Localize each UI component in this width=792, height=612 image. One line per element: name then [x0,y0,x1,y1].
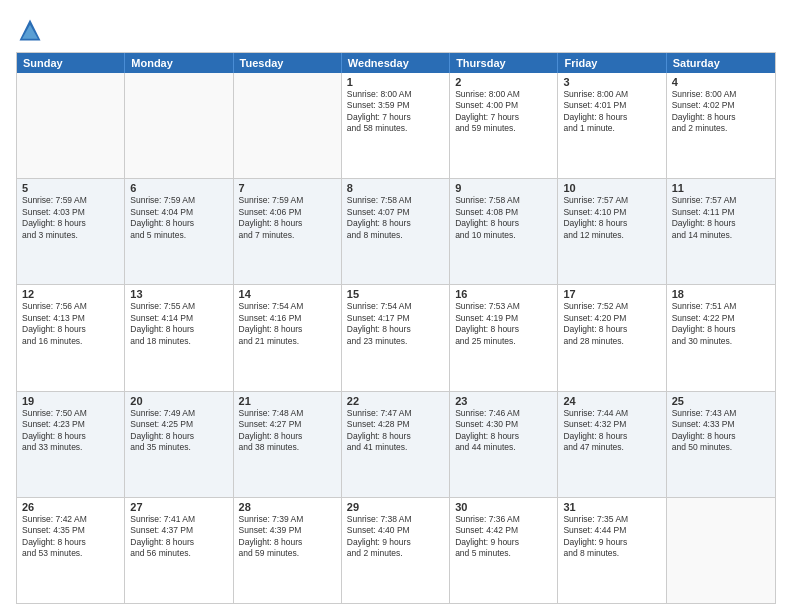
day-number: 6 [130,182,227,194]
calendar-cell-28: 28Sunrise: 7:39 AMSunset: 4:39 PMDayligh… [234,498,342,603]
cell-text: and 35 minutes. [130,442,227,453]
cell-text: Sunset: 4:06 PM [239,207,336,218]
calendar-cell-2: 2Sunrise: 8:00 AMSunset: 4:00 PMDaylight… [450,73,558,178]
calendar-cell-18: 18Sunrise: 7:51 AMSunset: 4:22 PMDayligh… [667,285,775,390]
day-header-tuesday: Tuesday [234,53,342,73]
cell-text: Sunset: 4:02 PM [672,100,770,111]
day-number: 10 [563,182,660,194]
cell-text: and 7 minutes. [239,230,336,241]
cell-text: Sunset: 4:37 PM [130,525,227,536]
cell-text: Daylight: 8 hours [130,218,227,229]
day-number: 23 [455,395,552,407]
cell-text: and 18 minutes. [130,336,227,347]
cell-text: Sunset: 4:16 PM [239,313,336,324]
day-number: 22 [347,395,444,407]
cell-text: Daylight: 9 hours [563,537,660,548]
cell-text: Sunrise: 7:52 AM [563,301,660,312]
cell-text: Daylight: 8 hours [672,324,770,335]
cell-text: Sunrise: 7:56 AM [22,301,119,312]
cell-text: Sunset: 4:39 PM [239,525,336,536]
cell-text: Sunset: 4:08 PM [455,207,552,218]
day-number: 20 [130,395,227,407]
day-header-monday: Monday [125,53,233,73]
cell-text: Daylight: 8 hours [455,218,552,229]
day-number: 25 [672,395,770,407]
day-number: 13 [130,288,227,300]
cell-text: and 23 minutes. [347,336,444,347]
cell-text: Sunset: 4:25 PM [130,419,227,430]
cell-text: and 53 minutes. [22,548,119,559]
day-number: 29 [347,501,444,513]
cell-text: Sunset: 3:59 PM [347,100,444,111]
cell-text: and 14 minutes. [672,230,770,241]
cell-text: Daylight: 9 hours [347,537,444,548]
calendar-cell-19: 19Sunrise: 7:50 AMSunset: 4:23 PMDayligh… [17,392,125,497]
cell-text: Sunrise: 7:58 AM [347,195,444,206]
cell-text: Daylight: 8 hours [130,537,227,548]
cell-text: Sunset: 4:14 PM [130,313,227,324]
day-number: 5 [22,182,119,194]
cell-text: and 16 minutes. [22,336,119,347]
calendar-cell-20: 20Sunrise: 7:49 AMSunset: 4:25 PMDayligh… [125,392,233,497]
calendar-cell-26: 26Sunrise: 7:42 AMSunset: 4:35 PMDayligh… [17,498,125,603]
cell-text: Sunrise: 8:00 AM [455,89,552,100]
cell-text: Sunset: 4:11 PM [672,207,770,218]
cell-text: Sunrise: 7:44 AM [563,408,660,419]
cell-text: Daylight: 8 hours [347,218,444,229]
cell-text: and 8 minutes. [563,548,660,559]
cell-text: Daylight: 8 hours [239,324,336,335]
day-header-wednesday: Wednesday [342,53,450,73]
day-number: 4 [672,76,770,88]
cell-text: Sunrise: 7:50 AM [22,408,119,419]
cell-text: Sunrise: 7:36 AM [455,514,552,525]
cell-text: Sunset: 4:10 PM [563,207,660,218]
cell-text: and 33 minutes. [22,442,119,453]
cell-text: Sunrise: 7:53 AM [455,301,552,312]
cell-text: and 59 minutes. [239,548,336,559]
cell-text: Daylight: 8 hours [239,218,336,229]
day-number: 21 [239,395,336,407]
day-number: 28 [239,501,336,513]
cell-text: and 58 minutes. [347,123,444,134]
day-number: 18 [672,288,770,300]
logo-icon [16,16,44,44]
cell-text: Sunset: 4:33 PM [672,419,770,430]
cell-text: and 3 minutes. [22,230,119,241]
cell-text: Sunrise: 7:59 AM [130,195,227,206]
cell-text: Sunrise: 7:38 AM [347,514,444,525]
cell-text: Sunset: 4:03 PM [22,207,119,218]
cell-text: Daylight: 8 hours [239,537,336,548]
calendar-week-3: 12Sunrise: 7:56 AMSunset: 4:13 PMDayligh… [17,285,775,391]
cell-text: Sunrise: 7:48 AM [239,408,336,419]
calendar-week-4: 19Sunrise: 7:50 AMSunset: 4:23 PMDayligh… [17,392,775,498]
cell-text: Daylight: 8 hours [239,431,336,442]
cell-text: and 44 minutes. [455,442,552,453]
cell-text: Sunrise: 8:00 AM [347,89,444,100]
page-header [16,16,776,44]
cell-text: Daylight: 8 hours [347,431,444,442]
calendar-cell-12: 12Sunrise: 7:56 AMSunset: 4:13 PMDayligh… [17,285,125,390]
cell-text: Daylight: 8 hours [563,431,660,442]
cell-text: and 2 minutes. [672,123,770,134]
calendar-cell-23: 23Sunrise: 7:46 AMSunset: 4:30 PMDayligh… [450,392,558,497]
cell-text: Sunrise: 7:41 AM [130,514,227,525]
day-number: 11 [672,182,770,194]
calendar-cell-14: 14Sunrise: 7:54 AMSunset: 4:16 PMDayligh… [234,285,342,390]
cell-text: Sunset: 4:42 PM [455,525,552,536]
cell-text: Daylight: 8 hours [563,112,660,123]
cell-text: Daylight: 8 hours [563,218,660,229]
cell-text: and 59 minutes. [455,123,552,134]
cell-text: and 12 minutes. [563,230,660,241]
cell-text: Sunrise: 7:47 AM [347,408,444,419]
day-number: 24 [563,395,660,407]
calendar: SundayMondayTuesdayWednesdayThursdayFrid… [16,52,776,604]
cell-text: Sunrise: 7:49 AM [130,408,227,419]
cell-text: and 47 minutes. [563,442,660,453]
logo [16,16,48,44]
day-number: 12 [22,288,119,300]
cell-text: Daylight: 8 hours [22,431,119,442]
cell-text: Sunset: 4:28 PM [347,419,444,430]
calendar-week-5: 26Sunrise: 7:42 AMSunset: 4:35 PMDayligh… [17,498,775,603]
day-header-saturday: Saturday [667,53,775,73]
calendar-cell-24: 24Sunrise: 7:44 AMSunset: 4:32 PMDayligh… [558,392,666,497]
